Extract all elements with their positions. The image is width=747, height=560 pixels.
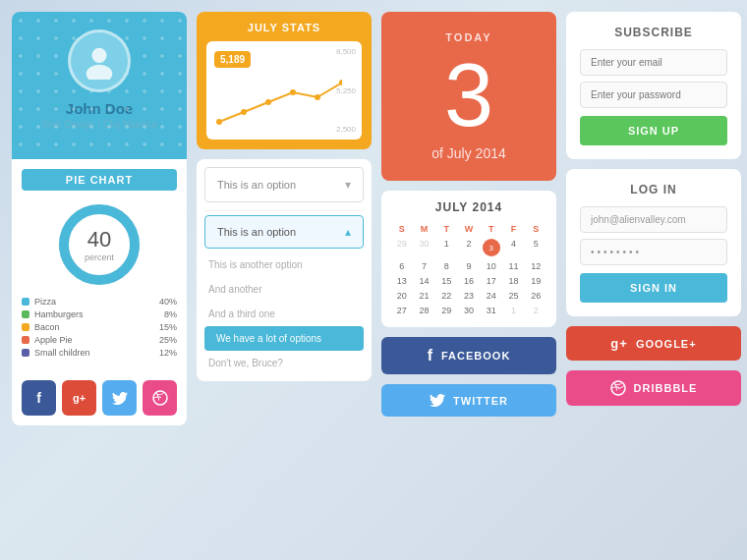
donut-chart: 40 percent [22,200,177,289]
legend-item: Small children 12% [22,348,177,358]
profile-body: PIE CHART [12,159,187,370]
password-input[interactable] [580,82,727,108]
signin-button[interactable]: SIGN IN [580,273,727,303]
twitter-small-button[interactable] [102,380,137,416]
today-number: 3 [444,51,493,140]
stats-badge: 5,189 [214,51,251,68]
profile-card: John Doe Web Design | Cluj Napoca PIE CH… [12,12,187,425]
stats-title: JULY STATS [206,22,362,33]
subscribe-card: SUBSCRIBE SIGN UP [566,12,741,159]
dropdown-option[interactable]: Don't we, Bruce? [197,351,372,375]
donut-value: 40 [85,227,114,252]
twitter-icon [430,394,445,407]
avatar [68,29,131,92]
dropdown-open-item[interactable]: This is an option ▴ [204,215,364,249]
facebook-button[interactable]: f FACEBOOK [381,337,556,374]
svg-point-1 [86,65,113,80]
today-label: TODAY [445,31,491,43]
facebook-small-button[interactable]: f [22,380,56,416]
dropdown-option[interactable]: And another [197,277,372,302]
legend-item: Pizza 40% [22,297,177,307]
dropdown-option[interactable]: This is another option [197,252,372,277]
facebook-icon: f [428,347,433,364]
svg-point-8 [153,391,167,405]
subscribe-title: SUBSCRIBE [580,26,727,39]
svg-point-10 [241,109,247,115]
svg-point-13 [315,94,320,100]
dropdown-option-active[interactable]: We have a lot of options [204,326,364,351]
today-sub: of July 2014 [431,145,506,161]
donut-label: percent [85,252,114,262]
google-small-button[interactable]: g+ [62,380,96,416]
svg-point-9 [216,119,222,125]
google-plus-icon: g+ [610,336,628,351]
dropdown-select[interactable]: This is an option ▾ [204,167,364,202]
dribbble-small-button[interactable] [143,380,177,416]
svg-point-11 [265,99,271,105]
svg-point-0 [91,48,106,63]
pie-chart-label: PIE CHART [22,169,177,191]
legend-item: Hamburgers 8% [22,309,177,319]
chevron-down-icon: ▾ [345,178,351,192]
chevron-up-icon: ▴ [345,225,351,239]
legend-item: Bacon 15% [22,322,177,332]
dribbble-label: DRIBBBLE [634,382,698,394]
login-card: LOG IN SIGN IN [566,169,741,316]
profile-header: John Doe Web Design | Cluj Napoca [12,12,187,159]
today-card: TODAY 3 of July 2014 [381,12,556,181]
calendar-title: JULY 2014 [391,200,546,214]
twitter-label: TWITTER [453,395,508,407]
social-buttons-row: f g+ [12,370,187,425]
stats-card: JULY STATS 5,189 8,500 5,250 2,500 [197,12,372,149]
facebook-label: FACEBOOK [441,350,510,362]
login-password-input[interactable] [580,239,727,265]
legend-item: Apple Pie 25% [22,335,177,345]
dribbble-button[interactable]: DRIBBBLE [566,370,741,406]
twitter-button[interactable]: TWITTER [381,384,556,417]
dropdown-select-label: This is an option [217,179,296,191]
calendar-grid: S M T W T F S 29 30 1 2 3 4 5 6 7 8 9 [391,222,546,317]
google-plus-label: GOOGLE+ [636,338,697,350]
dropdown-card: This is an option ▾ This is an option ▴ … [197,159,372,381]
dropdown-open-label: This is an option [217,226,296,238]
login-email-input[interactable] [580,206,727,233]
svg-point-12 [290,89,296,95]
legend: Pizza 40% Hamburgers 8% Bacon 15% Apple … [22,297,177,358]
stats-chart: 5,189 8,500 5,250 2,500 [206,41,362,140]
login-title: LOG IN [580,183,727,196]
dropdown-option[interactable]: And a third one [197,302,372,326]
email-input[interactable] [580,49,727,76]
google-plus-button[interactable]: g+ GOOGLE+ [566,326,741,361]
calendar-card: JULY 2014 S M T W T F S 29 30 1 2 3 4 5 … [381,191,556,327]
dribbble-icon [610,380,626,396]
signup-button[interactable]: SIGN UP [580,116,727,145]
